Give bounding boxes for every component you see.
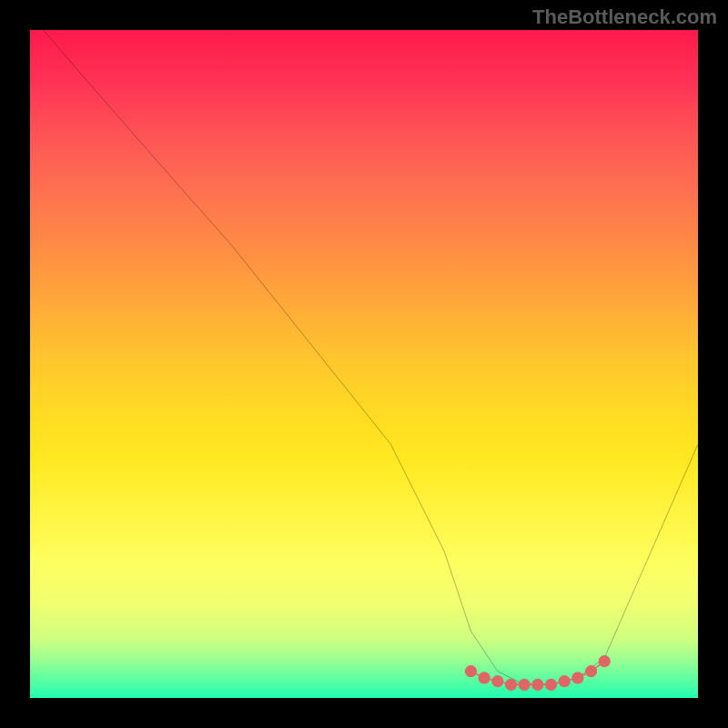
watermark-text: TheBottleneck.com — [532, 5, 717, 29]
svg-point-4 — [519, 679, 531, 691]
chart-svg — [30, 30, 698, 698]
svg-point-9 — [585, 665, 597, 677]
svg-point-1 — [479, 672, 490, 683]
svg-point-7 — [559, 675, 571, 687]
svg-point-2 — [491, 675, 503, 687]
svg-point-8 — [571, 672, 583, 683]
chart-plot-area — [30, 30, 698, 698]
bottleneck-curve — [44, 30, 698, 684]
svg-point-0 — [465, 665, 477, 677]
svg-point-5 — [531, 679, 543, 691]
svg-point-3 — [505, 679, 517, 691]
svg-point-10 — [599, 655, 611, 667]
optimal-zone-markers — [465, 655, 611, 691]
svg-point-6 — [545, 679, 557, 691]
